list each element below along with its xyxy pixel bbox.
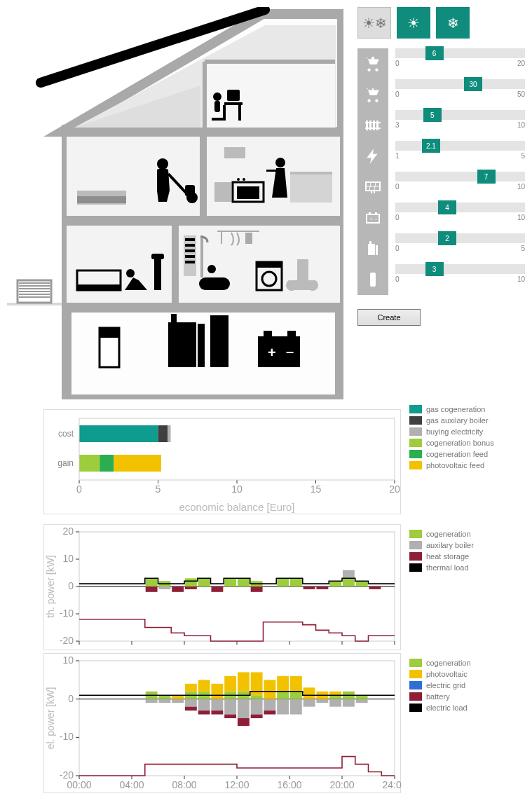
svg-rect-144	[238, 578, 250, 586]
transition-mode-icon: ☀❄	[362, 15, 387, 32]
svg-text:economic balance [Euro]: economic balance [Euro]	[179, 501, 294, 513]
svg-text:+: +	[268, 345, 276, 360]
legend-item: cogeneration bonus	[409, 439, 514, 447]
svg-rect-140	[185, 586, 197, 589]
svg-text:10: 10	[231, 483, 243, 495]
chp-size-slider[interactable]: 2	[395, 233, 525, 243]
svg-rect-24	[238, 105, 241, 121]
legend-item: cogeneration	[409, 659, 514, 667]
svg-rect-112	[100, 455, 114, 472]
svg-rect-186	[172, 699, 184, 703]
svg-rect-52	[185, 261, 195, 263]
svg-text:0: 0	[68, 693, 74, 704]
svg-rect-157	[79, 661, 395, 776]
svg-text:th. power [kW]: th. power [kW]	[45, 555, 56, 617]
battery-icon: +-	[357, 203, 388, 233]
svg-rect-70	[264, 331, 272, 336]
el-base-handle[interactable]: 2.1	[422, 139, 440, 153]
svg-rect-107	[79, 425, 158, 442]
svg-rect-135	[146, 586, 158, 592]
battery-cap-handle[interactable]: 4	[438, 200, 456, 214]
svg-text:04:00: 04:00	[119, 779, 144, 790]
economic-balance-chart: 05101520economic balance [Euro]costgain	[43, 409, 401, 514]
svg-text:20:00: 20:00	[329, 779, 354, 790]
svg-rect-200	[224, 699, 236, 715]
svg-rect-22	[224, 102, 243, 105]
svg-text:0: 0	[68, 580, 74, 591]
legend-item: photovoltaic	[409, 670, 514, 678]
svg-rect-189	[185, 699, 197, 707]
svg-text:08:00: 08:00	[172, 779, 196, 790]
svg-rect-25	[223, 105, 226, 121]
svg-rect-43	[77, 284, 121, 290]
thermal-legend: cogenerationauxilary boilerheat storaget…	[409, 530, 514, 572]
winter-mode-button[interactable]: ❄	[436, 7, 470, 39]
legend-item: electric grid	[409, 681, 514, 689]
svg-text:20: 20	[389, 483, 400, 495]
svg-rect-39	[185, 185, 195, 196]
svg-rect-35	[290, 174, 332, 203]
svg-rect-49	[185, 244, 195, 247]
svg-text:16:00: 16:00	[277, 779, 301, 790]
svg-rect-214	[277, 676, 289, 692]
svg-point-19	[213, 92, 221, 101]
svg-rect-67	[171, 314, 177, 322]
legend-item: gas cogeneration	[409, 405, 514, 413]
storage-cap-handle[interactable]: 3	[425, 262, 444, 276]
svg-rect-219	[303, 687, 315, 699]
heating-slider[interactable]: 5	[395, 110, 525, 120]
svg-text:12:00: 12:00	[224, 779, 249, 790]
electric-legend: cogenerationphotovoltaicelectric gridbat…	[409, 659, 514, 712]
svg-rect-27	[266, 170, 280, 172]
export-price-slider[interactable]: 6	[395, 48, 525, 58]
svg-rect-12	[200, 135, 207, 219]
svg-rect-91	[368, 244, 375, 255]
svg-text:-10: -10	[60, 608, 74, 619]
storage-cap-slider[interactable]: 3	[395, 264, 525, 274]
pv-size-handle[interactable]: 7	[477, 170, 496, 184]
svg-text:gain: gain	[57, 458, 74, 468]
svg-rect-138	[172, 586, 184, 592]
radiator-icon	[357, 110, 388, 141]
cart-down-icon	[357, 79, 388, 110]
svg-text:+: +	[369, 216, 373, 222]
svg-rect-108	[158, 425, 168, 442]
create-button[interactable]: Create	[357, 309, 421, 326]
el-base-slider[interactable]: 2.1	[395, 141, 525, 151]
svg-rect-217	[290, 676, 302, 692]
svg-text:cost: cost	[58, 429, 74, 439]
svg-rect-20	[214, 101, 220, 112]
svg-rect-223	[329, 695, 341, 699]
transition-mode-button[interactable]: ☀❄	[357, 7, 391, 39]
svg-rect-41	[77, 196, 126, 203]
house-diagram: + –	[7, 7, 343, 399]
import-price-handle[interactable]: 30	[464, 77, 482, 91]
svg-rect-216	[290, 692, 302, 699]
svg-rect-139	[185, 578, 197, 586]
svg-text:-: -	[375, 216, 377, 222]
winter-mode-icon: ❄	[447, 15, 459, 32]
heating-handle[interactable]: 5	[423, 108, 442, 122]
export-price-handle[interactable]: 6	[425, 46, 444, 60]
svg-rect-11	[67, 303, 340, 313]
svg-rect-64	[100, 328, 119, 338]
svg-rect-210	[264, 680, 275, 699]
svg-rect-220	[303, 699, 315, 707]
tank-icon	[357, 264, 388, 295]
chp-size-handle[interactable]: 2	[438, 231, 456, 245]
svg-rect-224	[329, 692, 341, 695]
heatpump-outdoor-icon	[18, 280, 51, 303]
svg-rect-79	[365, 128, 381, 129]
svg-point-31	[243, 178, 245, 181]
svg-rect-109	[168, 425, 171, 442]
svg-rect-113	[114, 455, 162, 472]
svg-rect-93	[369, 241, 371, 244]
svg-rect-227	[343, 699, 355, 707]
battery-cap-slider[interactable]: 4	[395, 203, 525, 212]
svg-text:el. power [kW]: el. power [kW]	[45, 687, 56, 750]
svg-rect-195	[211, 684, 223, 699]
import-price-slider[interactable]: 30	[395, 79, 525, 89]
svg-rect-86	[367, 214, 379, 223]
pv-size-slider[interactable]: 7	[395, 172, 525, 181]
summer-mode-button[interactable]: ☀	[397, 7, 430, 39]
